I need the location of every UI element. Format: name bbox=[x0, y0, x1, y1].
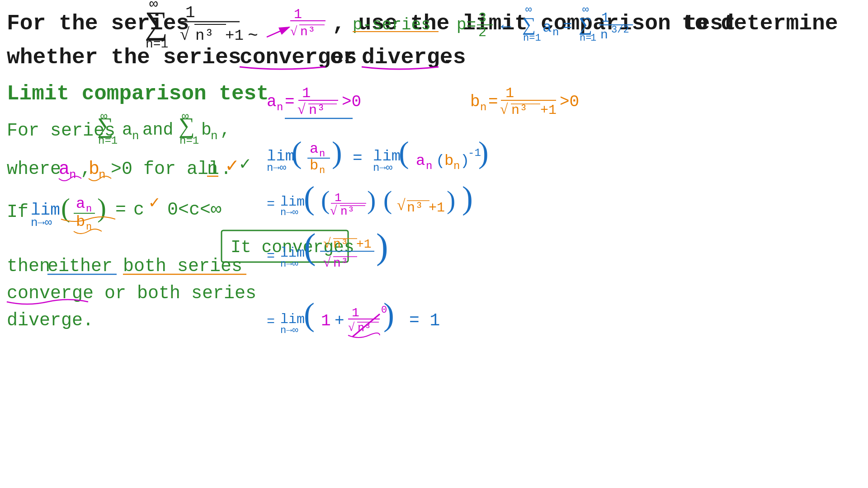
svg-text:If: If bbox=[7, 202, 28, 222]
math-content-svg: For the series ∑ n=1 ∞ 1 √ n³ +1 ~ 1 √ n… bbox=[0, 0, 868, 488]
svg-text:(: ( bbox=[436, 152, 445, 169]
svg-text:√: √ bbox=[348, 320, 355, 333]
svg-text:>0: >0 bbox=[560, 93, 579, 111]
svg-text:b: b bbox=[76, 213, 85, 230]
svg-text:+1: +1 bbox=[540, 103, 557, 118]
svg-text:n: n bbox=[132, 129, 139, 143]
svg-text:∞: ∞ bbox=[582, 4, 589, 16]
svg-text:~: ~ bbox=[248, 26, 258, 46]
svg-text:b: b bbox=[470, 93, 480, 111]
svg-text:n: n bbox=[480, 101, 486, 113]
svg-text:=: = bbox=[353, 149, 363, 168]
svg-text:√: √ bbox=[180, 24, 189, 43]
svg-text:√: √ bbox=[330, 203, 337, 217]
svg-text:✓: ✓ bbox=[240, 155, 250, 175]
svg-text:= 1: = 1 bbox=[409, 311, 440, 330]
svg-text:(: ( bbox=[383, 185, 392, 215]
svg-text:b: b bbox=[201, 120, 212, 140]
svg-text:n: n bbox=[552, 26, 559, 38]
svg-text:√: √ bbox=[500, 101, 508, 117]
svg-text:whether the series: whether the series bbox=[7, 45, 241, 70]
svg-text:∞: ∞ bbox=[149, 0, 158, 13]
svg-text:and: and bbox=[142, 120, 173, 140]
svg-text:∑: ∑ bbox=[579, 14, 592, 35]
svg-text:1: 1 bbox=[335, 191, 342, 205]
svg-text:(: ( bbox=[304, 180, 315, 216]
svg-text:n³: n³ bbox=[300, 25, 316, 39]
svg-text:n→∞: n→∞ bbox=[280, 207, 298, 218]
svg-text:>0 for all: >0 for all bbox=[111, 159, 219, 179]
svg-text:): ) bbox=[478, 135, 489, 169]
svg-text:=: = bbox=[285, 93, 295, 111]
svg-text:(: ( bbox=[321, 185, 330, 215]
svg-text:converge or both series: converge or both series bbox=[7, 283, 256, 304]
svg-text:a: a bbox=[267, 93, 277, 111]
svg-text:n: n bbox=[211, 129, 218, 143]
svg-text:✓: ✓ bbox=[149, 193, 160, 213]
svg-text:,: , bbox=[220, 120, 231, 140]
svg-text:1: 1 bbox=[505, 85, 514, 102]
svg-text:←: ← bbox=[497, 16, 514, 35]
svg-text:=: = bbox=[115, 200, 126, 220]
svg-text:1: 1 bbox=[601, 10, 609, 26]
svg-text:n→∞: n→∞ bbox=[280, 258, 298, 270]
svg-text:3/2: 3/2 bbox=[611, 24, 629, 36]
svg-text:(: ( bbox=[304, 226, 316, 267]
svg-text:n: n bbox=[277, 101, 283, 113]
svg-text:(: ( bbox=[61, 193, 70, 223]
svg-text:b: b bbox=[89, 159, 99, 179]
svg-text:n: n bbox=[99, 168, 106, 182]
svg-text:n³: n³ bbox=[333, 256, 349, 270]
svg-text:p=: p= bbox=[457, 16, 476, 34]
svg-text:1: 1 bbox=[590, 33, 596, 44]
svg-text:n=1: n=1 bbox=[179, 135, 199, 147]
svg-text:1: 1 bbox=[185, 4, 195, 22]
svg-text:where: where bbox=[7, 159, 61, 179]
math-lecture-page: For the series ∑ n=1 ∞ 1 √ n³ +1 ~ 1 √ n… bbox=[0, 0, 868, 488]
svg-text:>0: >0 bbox=[342, 93, 361, 111]
svg-text:(: ( bbox=[292, 135, 302, 169]
svg-text:✓: ✓ bbox=[226, 155, 238, 178]
svg-text:=: = bbox=[267, 197, 275, 212]
svg-text:a: a bbox=[310, 141, 318, 157]
svg-text:1: 1 bbox=[294, 7, 302, 22]
svg-text:): ) bbox=[447, 185, 455, 215]
svg-text:a: a bbox=[416, 152, 425, 169]
svg-text:): ) bbox=[332, 135, 342, 169]
svg-text:n→∞: n→∞ bbox=[280, 325, 298, 336]
svg-text:(: ( bbox=[399, 135, 409, 169]
svg-text:a: a bbox=[76, 195, 85, 212]
svg-text:+: + bbox=[335, 312, 344, 330]
svg-text:1: 1 bbox=[321, 312, 331, 330]
svg-text:n→∞: n→∞ bbox=[267, 162, 286, 174]
svg-text:3: 3 bbox=[478, 10, 486, 26]
svg-text:n=1: n=1 bbox=[98, 135, 118, 147]
svg-text:either: either bbox=[47, 256, 113, 277]
svg-text:.: . bbox=[441, 45, 454, 70]
svg-text:): ) bbox=[97, 193, 106, 223]
svg-text:n³: n³ bbox=[511, 103, 528, 118]
svg-text:): ) bbox=[367, 185, 376, 215]
svg-text:): ) bbox=[462, 180, 473, 216]
svg-text:n³: n³ bbox=[309, 103, 325, 118]
svg-text:both series: both series bbox=[123, 256, 242, 277]
svg-text:n³: n³ bbox=[407, 200, 423, 216]
svg-line-10 bbox=[267, 27, 289, 37]
svg-text:): ) bbox=[383, 296, 394, 333]
svg-text:√: √ bbox=[297, 101, 306, 117]
svg-text:n→∞: n→∞ bbox=[31, 216, 52, 230]
svg-text:n=1: n=1 bbox=[523, 33, 541, 44]
svg-text:∞: ∞ bbox=[182, 110, 189, 123]
svg-text:=: = bbox=[267, 314, 275, 329]
svg-text:+1: +1 bbox=[429, 200, 445, 216]
svg-text:n=: n= bbox=[580, 33, 591, 44]
svg-text:=: = bbox=[488, 93, 498, 111]
svg-text:=: = bbox=[563, 18, 572, 35]
svg-text:√: √ bbox=[323, 254, 331, 269]
svg-text:1: 1 bbox=[302, 85, 311, 102]
svg-text:c: c bbox=[133, 200, 144, 220]
svg-text:n: n bbox=[319, 165, 325, 176]
svg-text:√: √ bbox=[290, 24, 297, 38]
svg-text:n: n bbox=[69, 168, 76, 182]
svg-text:a: a bbox=[542, 19, 552, 36]
